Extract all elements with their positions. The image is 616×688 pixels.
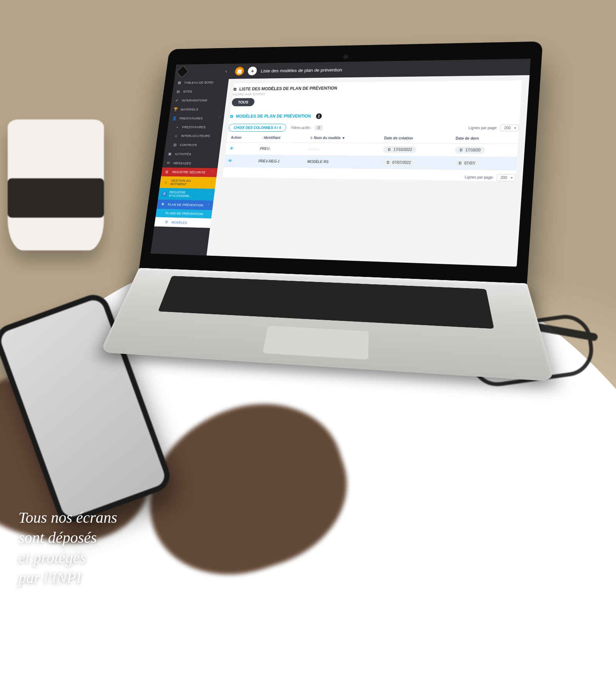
sidebar-item-label: MATÉRIELS <box>181 107 199 111</box>
page-title: Liste des modèles de plan de prévention <box>261 67 343 73</box>
sidebar-item-label: INTERVENTIONS <box>182 99 208 102</box>
sidebar-item-messages[interactable]: ✉ MESSAGES <box>162 158 219 168</box>
sidebar-item-label: ACTIVITÉS <box>174 152 191 156</box>
add-button[interactable]: ＋ <box>248 67 258 76</box>
content: ⧉ LISTE DES MODÈLES DE PLAN DE PRÉVENTIO… <box>216 75 530 187</box>
sidebar-item-registre-accessibilite[interactable]: ♿ REGISTRE D'ACCESSIBI... ˅ <box>158 188 215 201</box>
sidebar-item-label: REGISTRE SÉCURITÉ <box>172 170 206 174</box>
subsection-header-text: MODÈLES DE PLAN DE PRÉVENTION <box>236 114 311 119</box>
main-area: ▦ ＋ Liste des modèles de plan de prévent… <box>206 59 531 267</box>
count-badge: 2 <box>316 113 322 119</box>
sidebar-item-gestion-batiment[interactable]: ⌂ GESTION DU BÂTIMENT ˅ <box>159 176 216 189</box>
subsection-header: ⧉ MODÈLES DE PLAN DE PRÉVENTION 2 <box>229 109 520 120</box>
app-screen: ‹ ▦ TABLEAU DE BORD ▤ SITES ✔ INTERVENTI… <box>151 59 531 267</box>
sidebar-item-dashboard[interactable]: ▦ TABLEAU DE BORD <box>173 77 229 87</box>
mail-icon: ✉ <box>166 161 171 165</box>
shield-icon: ⛨ <box>165 170 170 174</box>
grid-icon: ▦ <box>177 81 182 85</box>
check-icon: ✔ <box>174 98 179 102</box>
webcam-icon <box>344 55 348 59</box>
calendar-icon: 🗓 <box>458 161 462 165</box>
document-icon: ▤ <box>176 89 181 94</box>
sidebar-sub-modeles[interactable]: ⧉ MODÈLES <box>154 217 211 228</box>
sidebar-item-label: GESTION DU BÂTIMENT <box>171 179 208 186</box>
row-name: ——— <box>308 147 320 151</box>
calendar-icon: 🗓 <box>386 160 390 164</box>
sidebar-item-label: INTERLOCUTEURS <box>181 134 210 138</box>
table-row[interactable]: 👁 PREV-REG-1 MODÈLE RS 🗓07/07/2022 🗓07/0… <box>224 154 517 170</box>
trophy-icon: 🏆 <box>173 107 178 111</box>
row-created: 07/07/2022 <box>392 161 411 165</box>
sidebar-item-activites[interactable]: ▣ ACTIVITÉS <box>164 149 220 159</box>
sidebar-item-registre-securite[interactable]: ⛨ REGISTRE SÉCURITÉ ˅ <box>161 168 218 177</box>
choose-columns-button[interactable]: CHOIX DES COLONNES 4 / 4 <box>228 124 287 132</box>
models-table: Action ↓Identifiant ⇅Nom du modèle ▼ Dat… <box>224 133 518 171</box>
sidebar-item-materiels[interactable]: 🏆 MATÉRIELS <box>170 105 226 114</box>
sidebar-sub-interlocuteurs[interactable]: ☺ INTERLOCUTEURS <box>166 131 222 140</box>
sidebar-sub-prestataires[interactable]: • PRESTATAIRES <box>167 123 223 132</box>
sort-icon: ↓ <box>261 136 263 139</box>
laptop-keyboard <box>100 268 555 381</box>
sidebar-item-label: REGISTRE D'ACCESSIBI... <box>169 190 207 198</box>
col-action[interactable]: Action <box>227 133 258 143</box>
sidebar-item-label: MESSAGES <box>173 161 191 165</box>
sidebar-item-plan-prevention[interactable]: ✚ PLAN DE PRÉVENTION ˅ <box>157 200 214 210</box>
chevron-up-icon: ˄ <box>218 117 221 120</box>
chevron-down-icon: ˅ <box>209 193 211 196</box>
building-icon: ⌂ <box>163 180 169 184</box>
caption-line: par l'INPI <box>18 568 117 588</box>
col-id[interactable]: ↓Identifiant <box>257 133 307 143</box>
col-id-label: Identifiant <box>264 136 281 140</box>
app-logo-icon <box>176 65 189 78</box>
sidebar-item-label: PRESTATAIRES <box>179 117 203 120</box>
col-last[interactable]: Date de dern <box>451 133 518 144</box>
col-name[interactable]: ⇅Nom du modèle ▼ <box>306 133 381 143</box>
sidebar-item-label: PLAN DE PRÉVENTION <box>168 203 204 207</box>
caption-line: sont déposés <box>18 528 117 548</box>
coffee-cup <box>8 119 104 250</box>
caption-line: Tous nos écrans <box>18 508 117 528</box>
filters-active-text: Filtres actifs : <box>291 126 312 130</box>
filters-active-label: Filtres actifs : 0 <box>291 126 323 130</box>
row-last: 07/07/ <box>464 161 475 165</box>
accessibility-icon: ♿ <box>162 191 167 196</box>
date-pill[interactable]: 🗓07/07/2022 <box>382 159 416 166</box>
eye-icon[interactable]: 👁 <box>228 158 233 164</box>
grid-view-button[interactable]: ▦ <box>234 67 244 76</box>
sidebar-item-label: CONTRATS <box>180 143 197 147</box>
lpp-select[interactable]: 200 <box>500 124 519 131</box>
filters-active-count: 0 <box>315 125 323 131</box>
copy-icon: ⧉ <box>230 114 233 119</box>
filter-icon[interactable]: ▼ <box>341 136 345 140</box>
filter-all-button[interactable]: TOUS <box>231 98 255 106</box>
lpp-label: Lignes par page: <box>469 126 498 130</box>
sidebar-item-prestataires[interactable]: 👤 PRESTATAIRES ˄ <box>168 114 224 123</box>
laptop: ‹ ▦ TABLEAU DE BORD ▤ SITES ✔ INTERVENTI… <box>122 41 543 419</box>
inpi-caption: Tous nos écrans sont déposés et protégés… <box>18 508 117 588</box>
eye-icon[interactable]: 👁 <box>229 146 234 151</box>
sidebar-item-sites[interactable]: ▤ SITES <box>172 87 228 96</box>
plan-icon: ✚ <box>160 202 166 206</box>
chevron-down-icon: ˅ <box>210 181 213 185</box>
clipboard-icon: ▣ <box>167 152 172 156</box>
chevron-down-icon: ˅ <box>208 203 210 207</box>
lpp-select[interactable]: 200 <box>497 174 516 181</box>
sidebar-item-interventions[interactable]: ✔ INTERVENTIONS <box>171 96 227 105</box>
col-created[interactable]: Date de création <box>380 133 452 143</box>
section-header-text: LISTE DES MODÈLES DE PLAN DE PRÉVENTION <box>239 86 338 92</box>
chevron-down-icon: ˅ <box>212 171 214 174</box>
sidebar-sub-contrats[interactable]: ▥ CONTRATS <box>165 140 221 149</box>
file-icon: ▥ <box>172 143 178 147</box>
lines-per-page-top: Lignes par page: 200 <box>468 124 519 131</box>
collapse-sidebar-icon[interactable]: ‹ <box>225 68 228 74</box>
date-pill[interactable]: 🗓17/10/2022 <box>383 146 417 153</box>
calendar-icon: 🗓 <box>459 148 463 152</box>
lpp-label: Lignes par page: <box>465 175 494 180</box>
date-pill[interactable]: 🗓07/07/ <box>453 159 480 167</box>
lines-per-page-bottom: Lignes par page: 200 <box>464 174 516 181</box>
user-icon: 👤 <box>172 116 177 121</box>
row-name: MODÈLE RS <box>303 155 378 169</box>
date-pill[interactable]: 🗓17/10/20 <box>454 146 485 153</box>
copy-icon: ⧉ <box>164 220 169 224</box>
row-id: PREV- <box>259 147 270 151</box>
